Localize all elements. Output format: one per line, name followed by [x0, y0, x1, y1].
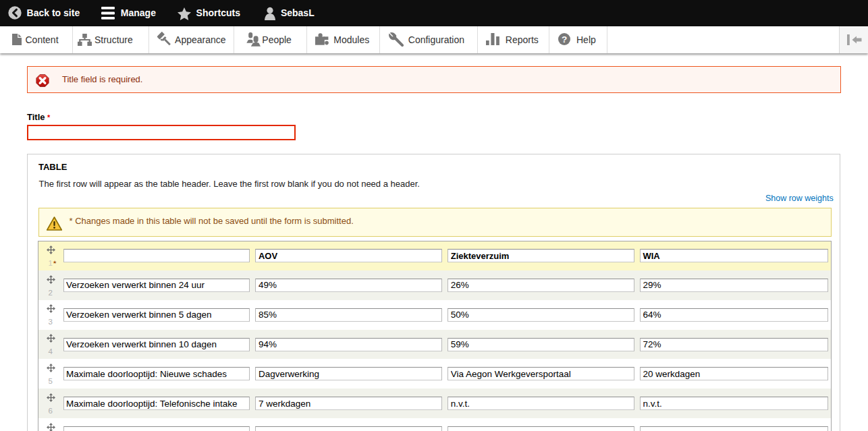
- svg-text:?: ?: [562, 34, 567, 45]
